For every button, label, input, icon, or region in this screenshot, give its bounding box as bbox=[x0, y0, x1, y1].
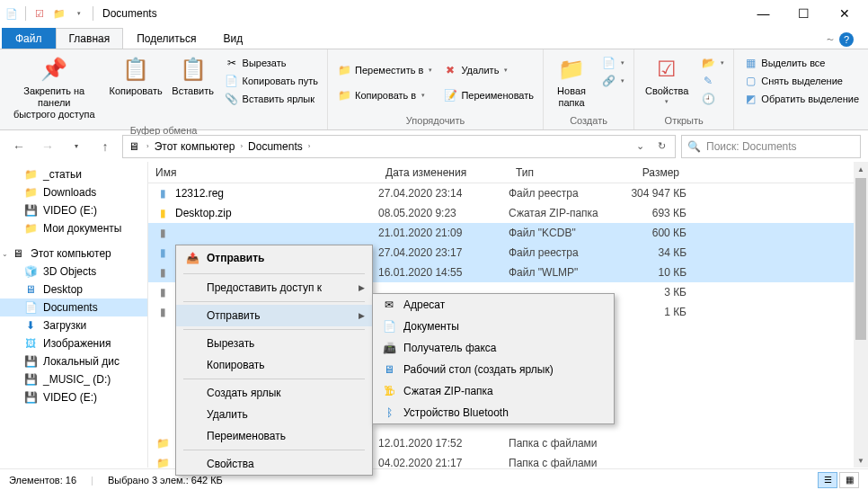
table-row[interactable]: ▮12312.reg27.04.2020 23:14Файл реестра30… bbox=[148, 183, 868, 203]
sidebar-item[interactable]: 🧊3D Objects bbox=[0, 263, 147, 281]
file-icon: ▮ bbox=[155, 226, 170, 240]
header-date[interactable]: Дата изменения bbox=[378, 166, 509, 179]
scroll-up-icon[interactable]: ▲ bbox=[854, 162, 868, 176]
breadcrumb-pc[interactable]: Этот компьютер bbox=[151, 140, 239, 153]
nav-recent-button[interactable]: ▾ bbox=[65, 135, 88, 158]
selectinvert-button[interactable]: ◩Обратить выделение bbox=[740, 91, 863, 107]
sidebar-icon: 📄 bbox=[23, 300, 38, 315]
sidebar-item-thispc[interactable]: ⌄ 🖥 Этот компьютер bbox=[0, 245, 147, 263]
sidebar-item[interactable]: 📄Documents bbox=[0, 298, 147, 316]
ctx-title[interactable]: 📤 Отправить bbox=[176, 245, 372, 271]
tab-file[interactable]: Файл bbox=[2, 28, 56, 49]
view-details-button[interactable]: ☰ bbox=[818, 472, 837, 488]
sidebar-icon: 💾 bbox=[23, 354, 38, 369]
header-name[interactable]: Имя bbox=[148, 166, 378, 179]
refresh-button[interactable]: ↻ bbox=[651, 137, 671, 156]
help-button[interactable]: 〜 ? bbox=[821, 31, 859, 49]
ctx-delete[interactable]: Удалить bbox=[176, 404, 372, 425]
properties-button[interactable]: ☑ Свойства ▾ bbox=[640, 51, 694, 110]
ribbon-collapse-icon[interactable]: 〜 bbox=[827, 35, 834, 45]
nav-back-button[interactable]: ← bbox=[7, 135, 31, 158]
ctx-shortcut[interactable]: Создать ярлык bbox=[176, 382, 372, 404]
sub-desktop[interactable]: 🖥Рабочий стол (создать ярлык) bbox=[373, 359, 614, 380]
close-button[interactable]: ✕ bbox=[824, 0, 864, 27]
sub-zip[interactable]: 🗜Сжатая ZIP-папка bbox=[373, 380, 614, 402]
bluetooth-icon: ᛒ bbox=[380, 405, 398, 420]
sub-bluetooth[interactable]: ᛒУстройство Bluetooth bbox=[373, 402, 614, 423]
sidebar-icon: 💾 bbox=[23, 390, 38, 405]
rename-button[interactable]: 📝Переименовать bbox=[439, 87, 537, 103]
sendto-submenu: ✉Адресат 📄Документы 📠Получатель факса 🖥Р… bbox=[372, 293, 615, 424]
breadcrumb-dropdown[interactable]: ⌄ bbox=[630, 137, 650, 156]
sidebar-item[interactable]: 📁Мои документы bbox=[0, 219, 147, 237]
sidebar-item[interactable]: 💾VIDEO (E:) bbox=[0, 201, 147, 219]
ctx-copy[interactable]: Копировать bbox=[176, 354, 372, 376]
sidebar-item[interactable]: 🖥Desktop bbox=[0, 281, 147, 298]
file-icon: ▮ bbox=[155, 285, 170, 299]
nav-forward-button[interactable]: → bbox=[36, 135, 59, 158]
qat-caret[interactable]: ▾ bbox=[71, 5, 87, 22]
status-count: Элементов: 16 bbox=[9, 475, 76, 486]
group-organize-label: Упорядочить bbox=[333, 115, 537, 128]
copy-button[interactable]: 📋 Копировать bbox=[106, 51, 164, 101]
ribbon: 📌 Закрепить на панели быстрого доступа 📋… bbox=[0, 49, 868, 130]
moveto-button[interactable]: 📁Переместить в▾ bbox=[333, 62, 436, 78]
paste-icon: 📋 bbox=[179, 55, 208, 84]
pin-quickaccess-button[interactable]: 📌 Закрепить на панели быстрого доступа bbox=[5, 51, 102, 125]
history-button[interactable]: 🕘 bbox=[697, 91, 728, 107]
ctx-rename[interactable]: Переименовать bbox=[176, 425, 372, 447]
ctx-sendto[interactable]: Отправить▶ bbox=[176, 305, 372, 326]
view-icons-button[interactable]: ▦ bbox=[839, 472, 859, 488]
ctx-cut[interactable]: Вырезать bbox=[176, 333, 372, 354]
scroll-down-icon[interactable]: ▼ bbox=[854, 453, 868, 468]
expand-icon[interactable]: ⌄ bbox=[2, 250, 8, 258]
scrollbar[interactable]: ▲ ▼ bbox=[854, 162, 868, 468]
sub-fax[interactable]: 📠Получатель факса bbox=[373, 337, 614, 359]
sidebar-item[interactable]: 💾_MUSIC_ (D:) bbox=[0, 370, 147, 388]
breadcrumb[interactable]: 🖥 › Этот компьютер › Documents › ⌄ ↻ bbox=[122, 135, 676, 158]
newfolder-button[interactable]: 📁 Новая папка bbox=[549, 51, 594, 112]
tab-view[interactable]: Вид bbox=[209, 28, 256, 49]
nav-up-button[interactable]: ↑ bbox=[93, 135, 117, 158]
pastelink-button[interactable]: 📎Вставить ярлык bbox=[221, 91, 323, 107]
properties-icon: ☑ bbox=[652, 55, 681, 84]
sub-documents[interactable]: 📄Документы bbox=[373, 316, 614, 337]
easyaccess-button[interactable]: 🔗▾ bbox=[598, 73, 628, 89]
scroll-thumb[interactable] bbox=[855, 178, 866, 340]
sidebar-item[interactable]: 🖼Изображения bbox=[0, 334, 147, 352]
header-type[interactable]: Тип bbox=[509, 166, 615, 179]
sidebar-item[interactable]: 💾VIDEO (E:) bbox=[0, 388, 147, 406]
open-button[interactable]: 📂▾ bbox=[697, 55, 728, 71]
documents-icon: 📄 bbox=[380, 319, 398, 334]
header-size[interactable]: Размер bbox=[615, 166, 686, 179]
folder-icon: 📁 bbox=[23, 221, 38, 236]
ctx-shareaccess[interactable]: Предоставить доступ к▶ bbox=[176, 277, 372, 298]
selectall-button[interactable]: ▦Выделить все bbox=[740, 55, 863, 71]
tab-share[interactable]: Поделиться bbox=[123, 28, 209, 49]
sidebar-item[interactable]: 💾Локальный дис bbox=[0, 352, 147, 370]
sidebar-item[interactable]: ⬇Загрузки bbox=[0, 316, 147, 334]
search-input[interactable]: 🔍 Поиск: Documents bbox=[681, 135, 861, 158]
cut-button[interactable]: ✂Вырезать bbox=[221, 55, 323, 71]
table-row[interactable]: ▮21.01.2020 21:09Файл "KCDB"600 КБ bbox=[148, 223, 868, 243]
qat-newfolder-icon[interactable]: 📁 bbox=[51, 5, 67, 22]
breadcrumb-docs[interactable]: Documents bbox=[244, 140, 306, 153]
copyto-button[interactable]: 📁Копировать в▾ bbox=[333, 87, 436, 103]
copypath-button[interactable]: 📄Копировать путь bbox=[221, 73, 323, 89]
ctx-properties[interactable]: Свойства bbox=[176, 453, 372, 475]
table-row[interactable]: ▮Desktop.zip08.05.2020 9:23Сжатая ZIP-па… bbox=[148, 203, 868, 223]
paste-button[interactable]: 📋 Вставить bbox=[169, 51, 217, 101]
minimize-button[interactable]: — bbox=[743, 0, 784, 27]
open-icon: 📂 bbox=[701, 56, 715, 70]
sidebar-item[interactable]: 📁Downloads bbox=[0, 183, 147, 201]
sub-recipient[interactable]: ✉Адресат bbox=[373, 294, 614, 316]
tab-home[interactable]: Главная bbox=[56, 28, 124, 49]
selectnone-button[interactable]: ▢Снять выделение bbox=[740, 73, 863, 89]
qat-properties-icon[interactable]: ☑ bbox=[31, 5, 48, 22]
delete-button[interactable]: ✖Удалить▾ bbox=[439, 62, 537, 78]
edit-button[interactable]: ✎ bbox=[697, 73, 728, 89]
sidebar-item[interactable]: 📁_статьи bbox=[0, 165, 147, 183]
sidebar[interactable]: 📁_статьи📁Downloads💾VIDEO (E:)📁Мои докуме… bbox=[0, 162, 148, 468]
maximize-button[interactable]: ☐ bbox=[784, 0, 824, 27]
newitem-button[interactable]: 📄▾ bbox=[598, 55, 628, 71]
